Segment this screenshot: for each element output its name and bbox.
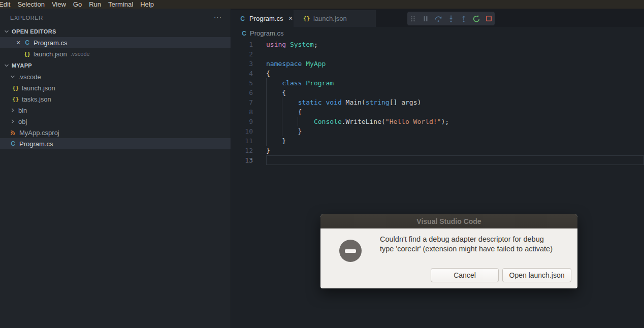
chevron-right-icon [9, 118, 16, 125]
code-line: { [266, 69, 644, 78]
csharp-icon: C [240, 30, 248, 37]
chevron-right-icon [9, 107, 16, 114]
menu-item-help[interactable]: Help [137, 0, 157, 9]
sidebar-item-tasks-json[interactable]: {}tasks.json [0, 93, 231, 105]
file-label: bin [18, 107, 27, 114]
csharp-icon: C [9, 140, 17, 147]
code-line [266, 155, 644, 165]
line-number: 5 [231, 78, 253, 88]
json-braces-icon: {} [23, 51, 31, 57]
json-braces-icon: {} [12, 96, 19, 103]
cancel-button[interactable]: Cancel [431, 268, 499, 282]
tab-launch-json[interactable]: {}launch.json [294, 10, 376, 27]
code-line: using System; [266, 40, 644, 49]
stop-icon [485, 15, 493, 22]
line-number: 12 [231, 146, 253, 155]
code-line: { [266, 88, 644, 97]
code-line [266, 49, 644, 59]
menu-item-view[interactable]: View [48, 0, 70, 9]
gripper-icon [409, 15, 416, 23]
sidebar-item-bin[interactable]: bin [0, 105, 231, 116]
code-line: class Program [266, 78, 644, 88]
line-number: 9 [231, 117, 253, 126]
line-number: 11 [231, 136, 253, 146]
breadcrumb[interactable]: C Program.cs [231, 27, 644, 40]
line-number: 2 [231, 49, 253, 59]
file-label: tasks.json [22, 95, 51, 103]
menu-item-terminal[interactable]: Terminal [105, 0, 137, 9]
csproj-rss-icon [9, 129, 17, 136]
json-braces-icon: {} [12, 85, 19, 91]
code-line: namespace MyApp [266, 59, 644, 69]
explorer-sidebar: EXPLORER ··· OPEN EDITORS ✕CProgram.cs{}… [0, 9, 231, 328]
pause-icon [422, 15, 429, 22]
file-tree: .vscode{}launch.json{}tasks.jsonbinobjMy… [0, 71, 231, 149]
restart-icon [472, 15, 480, 23]
explorer-title: EXPLORER [10, 15, 43, 21]
dialog-title: Visual Studio Code [320, 214, 577, 228]
menu-item-selection[interactable]: Selection [14, 0, 48, 9]
sidebar-item-launch-json[interactable]: {}launch.json [0, 82, 231, 93]
code-line: } [266, 146, 644, 155]
file-label: launch.json [22, 84, 55, 92]
tab-program-cs[interactable]: CProgram.cs✕ [231, 10, 294, 27]
debug-error-dialog: Visual Studio Code Couldn't find a debug… [320, 214, 577, 288]
workspace-section[interactable]: MYAPP [0, 60, 231, 71]
open-editors-section[interactable]: OPEN EDITORS [0, 26, 231, 37]
menu-item-edit[interactable]: Edit [0, 0, 14, 9]
dialog-buttons: Cancel Open launch.json [431, 268, 571, 282]
file-label: launch.json [34, 50, 67, 58]
open-editor-launch-json[interactable]: {}launch.json.vscode [0, 48, 231, 59]
line-number: 7 [231, 97, 253, 107]
line-number-gutter: 12345678910111213 [231, 40, 253, 165]
tab-label: Program.cs [249, 15, 283, 22]
pause-button[interactable] [420, 12, 432, 25]
sidebar-item-vscode[interactable]: .vscode [0, 71, 231, 82]
code-line: } [266, 136, 644, 146]
menu-item-run[interactable]: Run [85, 0, 105, 9]
step-over-button[interactable] [433, 12, 444, 25]
chevron-down-icon [9, 73, 16, 80]
sidebar-item-myapp-csproj[interactable]: MyApp.csproj [0, 127, 231, 138]
open-launch-json-button[interactable]: Open launch.json [502, 268, 571, 282]
open-editors-list: ✕CProgram.cs{}launch.json.vscode [0, 37, 231, 59]
file-label: Program.cs [34, 39, 67, 47]
csharp-icon: C [23, 39, 31, 46]
more-actions-icon[interactable]: ··· [214, 15, 222, 20]
chevron-down-icon [3, 28, 10, 35]
line-number: 8 [231, 107, 253, 117]
code-line: static void Main(string[] args) [266, 97, 644, 107]
step-over-icon [434, 15, 442, 23]
line-number: 6 [231, 88, 253, 97]
file-label: .vscode [18, 73, 41, 81]
file-label: Program.cs [19, 140, 53, 148]
explorer-header: EXPLORER ··· [0, 9, 231, 26]
step-out-icon [460, 15, 468, 23]
menu-item-go[interactable]: Go [70, 0, 85, 9]
chevron-down-icon [3, 62, 10, 69]
restart-button[interactable] [470, 12, 482, 25]
dialog-message: Couldn't find a debug adapter descriptor… [380, 235, 553, 254]
open-editor-program-cs[interactable]: ✕CProgram.cs [0, 37, 231, 48]
sidebar-item-obj[interactable]: obj [0, 116, 231, 127]
debug-toolbar[interactable] [407, 12, 495, 25]
step-into-icon [447, 15, 455, 23]
step-into-button[interactable] [445, 12, 457, 25]
code-lines: using System;namespace MyApp{ class Prog… [266, 40, 644, 165]
file-label: MyApp.csproj [19, 129, 59, 137]
step-out-button[interactable] [458, 12, 469, 25]
minus-circle-icon [339, 240, 362, 262]
line-number: 3 [231, 59, 253, 69]
tab-label: launch.json [313, 15, 347, 22]
close-icon[interactable]: ✕ [288, 15, 293, 22]
file-label: obj [18, 118, 27, 125]
line-number: 4 [231, 69, 253, 78]
code-line: { [266, 107, 644, 117]
gripper-button[interactable] [407, 12, 419, 25]
sidebar-item-program-cs[interactable]: CProgram.cs [0, 138, 231, 149]
file-path-suffix: .vscode [71, 51, 90, 57]
close-icon[interactable]: ✕ [14, 40, 22, 46]
stop-button[interactable] [483, 12, 495, 25]
code-line: Console.WriteLine("Hello World!"); [266, 117, 644, 126]
line-number: 10 [231, 126, 253, 136]
